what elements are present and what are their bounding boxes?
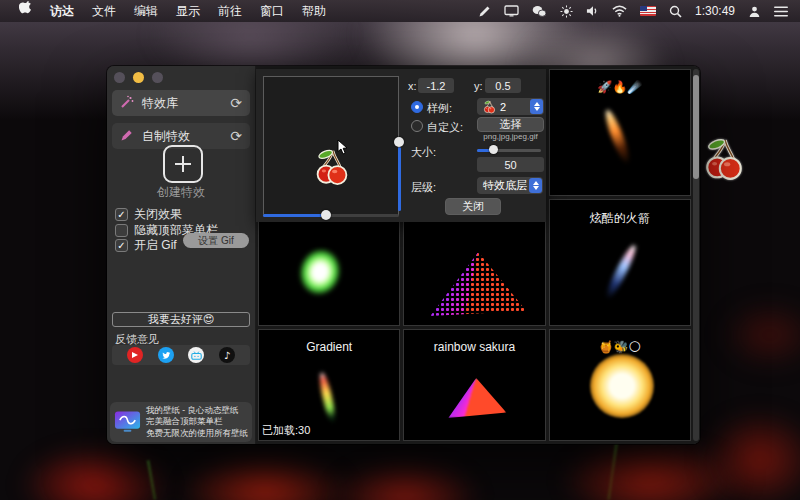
comet-effect-preview xyxy=(602,108,633,166)
social-links: ♪ xyxy=(112,345,250,365)
search-icon[interactable] xyxy=(669,5,682,18)
youtube-icon[interactable] xyxy=(127,347,143,363)
apple-icon xyxy=(19,0,32,15)
refresh-icon[interactable]: ⟳ xyxy=(230,129,242,143)
effect-label: 🚀🔥☄️ xyxy=(550,80,690,94)
effect-cell-cool-rocket[interactable]: 炫酷的火箭 xyxy=(549,199,691,326)
x-slider-knob[interactable] xyxy=(321,210,331,220)
effect-cell-rainbow-sakura[interactable]: rainbow sakura xyxy=(403,329,545,441)
pencil-icon xyxy=(120,128,134,145)
rate-app-button[interactable]: 我要去好评😍 xyxy=(112,312,250,327)
size-slider-track[interactable] xyxy=(477,149,541,152)
minimize-button[interactable] xyxy=(133,72,144,83)
create-effect-button[interactable] xyxy=(163,145,203,183)
pen-icon[interactable] xyxy=(478,5,491,18)
magic-wand-icon xyxy=(120,95,134,112)
stepper-icon[interactable] xyxy=(529,178,542,193)
checkbox-disable-effects[interactable]: ✓ 关闭效果 xyxy=(115,206,182,223)
rainbow-cone-effect-preview xyxy=(448,378,506,418)
menu-item-edit[interactable]: 编辑 xyxy=(125,0,167,22)
cherry-thumb-icon xyxy=(483,100,496,114)
wallpaper-app-icon xyxy=(114,410,141,434)
wechat-icon[interactable] xyxy=(532,5,547,18)
effect-label: 炫酷的火箭 xyxy=(550,210,690,227)
menu-item-file[interactable]: 文件 xyxy=(83,0,125,22)
size-value-field[interactable]: 50 xyxy=(477,157,544,172)
scrollbar-thumb[interactable] xyxy=(693,75,699,179)
menu-item-view[interactable]: 显示 xyxy=(167,0,209,22)
brightness-icon[interactable] xyxy=(560,5,573,18)
input-source-flag-icon[interactable] xyxy=(640,6,656,16)
user-icon[interactable] xyxy=(748,5,761,18)
checkbox-checked-icon: ✓ xyxy=(115,239,128,252)
allowed-formats: png,jpg,jpeg,gif xyxy=(477,132,544,141)
create-effect-label: 创建特效 xyxy=(107,184,255,201)
loaded-count: 已加载:30 xyxy=(262,423,310,438)
display-icon[interactable] xyxy=(504,5,519,17)
app-window: 特效库 ⟳ 自制特效 ⟳ 创建特效 ✓ 关闭效果 隐藏顶部菜单栏 ✓ 开启 Gi… xyxy=(107,66,700,444)
effect-label: 🍯🐝🌕 xyxy=(550,340,690,354)
volume-icon[interactable] xyxy=(586,5,599,17)
y-slider-track[interactable] xyxy=(398,147,401,211)
y-label: y: xyxy=(474,80,483,92)
bilibili-icon[interactable] xyxy=(188,347,204,363)
zoom-button[interactable] xyxy=(152,72,163,83)
sidebar-item-effect-library[interactable]: 特效库 ⟳ xyxy=(112,90,250,116)
position-preview-box[interactable] xyxy=(263,76,399,216)
menu-item-help[interactable]: 帮助 xyxy=(293,0,335,22)
stepper-icon[interactable] xyxy=(530,99,543,114)
wifi-icon[interactable] xyxy=(612,5,627,17)
sidebar-item-label: 自制特效 xyxy=(142,128,190,145)
checkbox-enable-gif[interactable]: ✓ 开启 Gif xyxy=(115,237,177,254)
gif-settings-button[interactable]: 设置 Gif xyxy=(183,233,249,248)
effect-label: rainbow sakura xyxy=(404,340,544,354)
sample-dropdown[interactable]: 2 xyxy=(477,98,544,115)
close-panel-button[interactable]: 关闭 xyxy=(445,198,501,215)
effects-gallery: 🚀🔥☄️ 炫酷的火箭 Gradient rainbow sakura xyxy=(256,66,700,444)
refresh-icon[interactable]: ⟳ xyxy=(230,96,242,110)
checkbox-label: 关闭效果 xyxy=(134,206,182,223)
sample-value: 2 xyxy=(500,101,506,113)
menubar-clock[interactable]: 1:30:49 xyxy=(695,4,735,18)
apple-menu[interactable] xyxy=(10,0,41,22)
x-label: x: xyxy=(408,80,417,92)
x-value-field[interactable]: -1.2 xyxy=(418,78,454,93)
x-slider-track[interactable] xyxy=(263,214,399,217)
size-label: 大小: xyxy=(411,145,436,160)
wallpaper-promo-banner[interactable]: 我的壁纸 - 良心动态壁纸 完美融合顶部菜单栏 免费无限次的使用所有壁纸 xyxy=(110,402,252,442)
layer-dropdown[interactable]: 特效底层 xyxy=(477,177,543,194)
menu-item-go[interactable]: 前往 xyxy=(209,0,251,22)
close-button[interactable] xyxy=(114,72,125,83)
tiktok-icon[interactable]: ♪ xyxy=(219,347,235,363)
scrollbar-track[interactable] xyxy=(693,69,699,441)
y-value-field[interactable]: 0.5 xyxy=(485,78,521,93)
sidebar-item-label: 特效库 xyxy=(142,95,178,112)
twitter-icon[interactable] xyxy=(158,347,174,363)
gradient-effect-preview xyxy=(317,372,337,425)
effect-cell-honey-moon[interactable]: 🍯🐝🌕 xyxy=(549,329,691,441)
checkbox-unchecked-icon xyxy=(115,224,128,237)
window-controls xyxy=(114,72,163,83)
glow-orb-effect-preview xyxy=(590,354,654,418)
promo-text: 我的壁纸 - 良心动态壁纸 完美融合顶部菜单栏 免费无限次的使用所有壁纸 xyxy=(146,405,248,439)
effect-settings-panel: x: -1.2 y: 0.5 样例: 2 自定义: 选择 png,jpg,jpe… xyxy=(256,69,546,222)
effect-cell-rocket-fire[interactable]: 🚀🔥☄️ xyxy=(549,69,691,196)
sample-label: 样例: xyxy=(427,101,452,116)
menu-item-window[interactable]: 窗口 xyxy=(251,0,293,22)
checkbox-label: 开启 Gif xyxy=(134,237,177,254)
mouse-cursor-icon xyxy=(336,139,348,158)
notification-center-icon[interactable] xyxy=(774,6,788,17)
y-slider-knob[interactable] xyxy=(394,137,404,147)
green-glow-effect-preview xyxy=(294,244,346,301)
menu-item-app[interactable]: 访达 xyxy=(41,0,83,22)
plus-icon xyxy=(175,156,191,172)
layer-label: 层级: xyxy=(411,180,436,195)
cherry-sticker[interactable] xyxy=(702,136,746,182)
size-slider-knob[interactable] xyxy=(489,145,498,154)
custom-radio[interactable] xyxy=(411,120,423,132)
sidebar: 特效库 ⟳ 自制特效 ⟳ 创建特效 ✓ 关闭效果 隐藏顶部菜单栏 ✓ 开启 Gi… xyxy=(107,66,256,444)
choose-file-button[interactable]: 选择 xyxy=(477,117,544,132)
sample-radio[interactable] xyxy=(411,101,423,113)
custom-label: 自定义: xyxy=(427,120,463,135)
menu-bar: 访达 文件 编辑 显示 前往 窗口 帮助 1:30:49 xyxy=(0,0,800,22)
